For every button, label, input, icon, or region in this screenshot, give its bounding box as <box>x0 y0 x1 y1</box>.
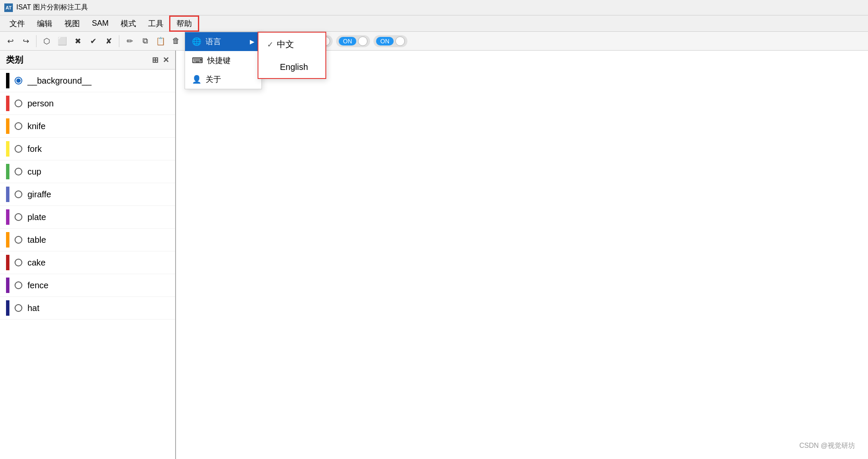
canvas-area[interactable]: CSDN @视觉研坊 <box>176 51 868 459</box>
shortcuts-icon: ⌨ <box>192 56 203 65</box>
color-bar-fence <box>6 278 9 293</box>
confirm-tool[interactable]: ✔ <box>86 34 100 48</box>
lang-item-chinese[interactable]: ✓ 中文 <box>258 33 325 56</box>
trash-tool[interactable]: 🗑 <box>169 34 183 48</box>
toolbar-sep-2 <box>119 35 119 47</box>
category-item-table[interactable]: table <box>0 229 175 251</box>
category-item-knife[interactable]: knife <box>0 115 175 138</box>
color-bar-cake <box>6 255 9 270</box>
toggle-3[interactable]: ON <box>373 35 407 47</box>
category-item-giraffe[interactable]: giraffe <box>0 183 175 206</box>
toggle-3-knob <box>395 36 405 46</box>
color-bar-table <box>6 232 9 248</box>
color-bar-hat <box>6 300 9 316</box>
menu-sam[interactable]: SAM <box>86 17 115 30</box>
radio-cake[interactable] <box>15 259 22 266</box>
category-label-hat: hat <box>27 303 39 313</box>
language-submenu: ✓ 中文 English <box>258 32 326 79</box>
paste-tool[interactable]: 📋 <box>154 34 167 48</box>
titlebar: AT ISAT 图片分割标注工具 <box>0 0 868 15</box>
category-item-fork[interactable]: fork <box>0 138 175 160</box>
language-arrow-icon: ▶ <box>250 38 255 45</box>
rect-tool[interactable]: ⬜ <box>55 34 69 48</box>
edit-tool[interactable]: ✏ <box>123 34 137 48</box>
category-item-hat[interactable]: hat <box>0 297 175 320</box>
sidebar-pin-icon[interactable]: ⊞ <box>152 55 158 65</box>
category-item-background[interactable]: __background__ <box>0 69 175 92</box>
radio-fence[interactable] <box>15 281 22 289</box>
radio-plate[interactable] <box>15 213 22 221</box>
app-icon: AT <box>4 3 13 12</box>
menubar: 文件 编辑 视图 SAM 模式 工具 帮助 <box>0 15 868 32</box>
radio-table[interactable] <box>15 236 22 244</box>
radio-fork[interactable] <box>15 145 22 153</box>
category-item-cake[interactable]: cake <box>0 251 175 274</box>
lang-item-english[interactable]: English <box>258 56 325 78</box>
shortcuts-label: 快捷键 <box>207 55 231 66</box>
redo-button[interactable]: ↪ <box>19 34 33 48</box>
color-bar-fork <box>6 141 9 157</box>
category-item-cup[interactable]: cup <box>0 160 175 183</box>
sidebar-header-icons: ⊞ ✕ <box>152 55 169 65</box>
menu-file[interactable]: 文件 <box>3 17 31 30</box>
polygon-tool[interactable]: ⬡ <box>40 34 54 48</box>
language-icon: 🌐 <box>192 37 201 46</box>
delete-tool[interactable]: ✖ <box>71 34 85 48</box>
radio-knife[interactable] <box>15 122 22 130</box>
radio-giraffe[interactable] <box>15 190 22 198</box>
menu-mode[interactable]: 模式 <box>115 17 142 30</box>
category-label-cake: cake <box>27 258 46 268</box>
radio-hat[interactable] <box>15 304 22 312</box>
color-bar-knife <box>6 118 9 134</box>
toolbar-sep-1 <box>36 35 36 47</box>
dropdown-item-language[interactable]: 🌐 语言 ▶ <box>185 32 261 51</box>
app-title: ISAT 图片分割标注工具 <box>16 3 88 12</box>
about-label: 关于 <box>206 74 221 85</box>
dropdown-item-shortcuts[interactable]: ⌨ 快捷键 <box>185 51 261 70</box>
radio-cup[interactable] <box>15 168 22 175</box>
watermark: CSDN @视觉研坊 <box>799 441 855 450</box>
chinese-check-icon: ✓ <box>267 40 273 49</box>
copy-tool[interactable]: ⧉ <box>138 34 152 48</box>
category-label-cup: cup <box>27 167 41 177</box>
toggle-2[interactable]: ON <box>336 35 370 47</box>
menu-edit[interactable]: 编辑 <box>31 17 58 30</box>
chinese-label: 中文 <box>277 39 294 50</box>
english-label: English <box>280 62 308 72</box>
toggle-3-label: ON <box>376 37 394 45</box>
toggle-2-label: ON <box>339 37 356 45</box>
radio-person[interactable] <box>15 100 22 107</box>
undo-button[interactable]: ↩ <box>3 34 17 48</box>
dropdown-item-about[interactable]: 👤 关于 <box>185 70 261 89</box>
menu-view[interactable]: 视图 <box>58 17 86 30</box>
sidebar-close-icon[interactable]: ✕ <box>163 55 169 65</box>
sidebar-title: 类别 <box>6 54 23 66</box>
category-label-person: person <box>27 99 54 109</box>
toggle-2-knob <box>358 36 367 46</box>
category-item-fence[interactable]: fence <box>0 274 175 297</box>
category-item-person[interactable]: person <box>0 92 175 115</box>
color-bar-person <box>6 96 9 111</box>
color-bar-cup <box>6 164 9 179</box>
category-label-fence: fence <box>27 281 49 290</box>
menu-help[interactable]: 帮助 <box>170 16 199 31</box>
sidebar-header: 类别 ⊞ ✕ <box>0 51 175 69</box>
color-bar-giraffe <box>6 187 9 202</box>
category-label-background: __background__ <box>27 76 91 86</box>
color-bar-plate <box>6 209 9 225</box>
language-label: 语言 <box>206 36 221 47</box>
cancel-tool[interactable]: ✘ <box>102 34 115 48</box>
main-area: 类别 ⊞ ✕ __background__ person knife <box>0 51 868 459</box>
category-label-plate: plate <box>27 212 46 222</box>
radio-background[interactable] <box>15 77 22 85</box>
category-label-giraffe: giraffe <box>27 190 51 199</box>
category-label-knife: knife <box>27 121 46 131</box>
sidebar: 类别 ⊞ ✕ __background__ person knife <box>0 51 176 459</box>
category-item-plate[interactable]: plate <box>0 206 175 229</box>
about-icon: 👤 <box>192 75 201 84</box>
category-label-fork: fork <box>27 144 42 154</box>
toolbar: ↩ ↪ ⬡ ⬜ ✖ ✔ ✘ ✏ ⧉ 📋 🗑 🖼 👁 ON ON ON <box>0 32 868 51</box>
color-bar-background <box>6 73 9 88</box>
category-label-table: table <box>27 235 46 245</box>
menu-tools[interactable]: 工具 <box>142 17 170 30</box>
